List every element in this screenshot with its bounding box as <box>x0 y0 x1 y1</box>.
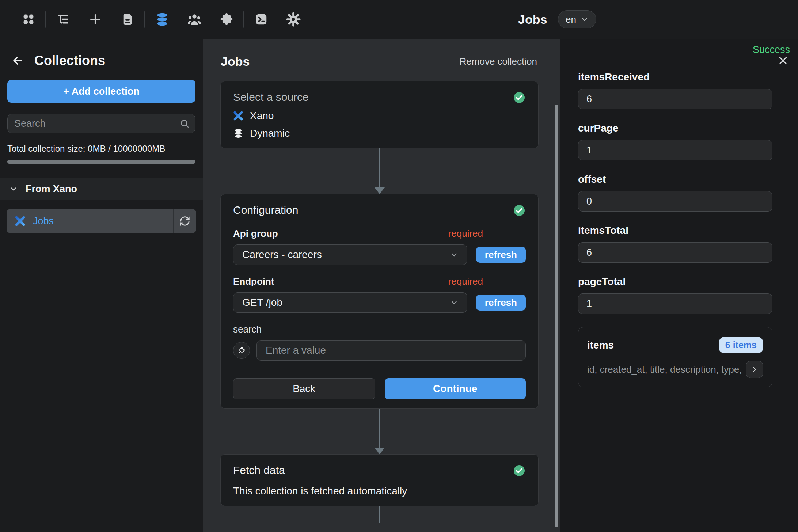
topbar-page-title: Jobs <box>518 12 547 27</box>
setup-flow: Select a source Xano Dynam <box>220 81 539 523</box>
close-panel-button[interactable] <box>778 55 788 66</box>
endpoint-value: GET /job <box>242 297 282 308</box>
check-circle-icon <box>513 91 526 104</box>
api-group-refresh-button[interactable]: refresh <box>476 247 526 263</box>
bind-data-button[interactable] <box>233 342 250 359</box>
result-field-value: 1 <box>578 140 772 160</box>
result-field-itemsReceived: itemsReceived 6 <box>578 71 772 109</box>
from-xano-section-header[interactable]: From Xano <box>0 178 203 200</box>
api-group-select[interactable]: Careers - careers <box>233 244 467 265</box>
fetch-card-description: This collection is fetched automatically <box>233 485 526 497</box>
check-circle-icon <box>513 464 526 477</box>
toolbar-divider <box>144 11 145 28</box>
api-group-label: Api group <box>233 228 278 239</box>
toolbar-icon-group <box>12 8 309 31</box>
status-badge: Success <box>753 44 790 56</box>
data-database-icon[interactable] <box>146 8 178 31</box>
result-field-value: 1 <box>578 293 772 314</box>
result-field-curPage: curPage 1 <box>578 122 772 160</box>
search-param-input[interactable] <box>256 340 526 361</box>
source-option-label: Xano <box>250 110 274 122</box>
toolbar-divider <box>243 11 244 28</box>
terminal-console-icon[interactable] <box>245 8 277 31</box>
endpoint-refresh-button[interactable]: refresh <box>476 294 526 311</box>
items-count-badge[interactable]: 6 items <box>719 337 763 353</box>
plugins-puzzle-icon[interactable] <box>210 8 243 31</box>
editor-header: Jobs Remove collection <box>203 39 560 69</box>
collection-editor-panel: Jobs Remove collection Select a source <box>203 39 560 532</box>
collection-title: Jobs <box>221 54 250 69</box>
collections-sidebar: Collections + Add collection Total colle… <box>0 39 203 532</box>
source-option-xano[interactable]: Xano <box>233 110 526 122</box>
items-fields-preview: id, created_at, title, description, type… <box>587 364 741 375</box>
fetch-card-title: Fetch data <box>233 464 285 476</box>
configuration-card: Configuration Api group required Careers… <box>220 194 539 408</box>
result-field-label: pageTotal <box>578 276 772 288</box>
vertical-scrollbar[interactable] <box>555 105 558 527</box>
sidebar-header: Collections <box>0 39 203 77</box>
close-icon <box>778 55 788 66</box>
sidebar-title: Collections <box>34 53 105 68</box>
configuration-card-title: Configuration <box>233 204 298 216</box>
collection-item-jobs[interactable]: Jobs <box>7 209 196 233</box>
apps-grid-icon[interactable] <box>12 8 45 31</box>
search-param-label: search <box>233 324 526 335</box>
result-field-value: 6 <box>578 89 772 109</box>
chevron-down-icon <box>10 185 18 193</box>
check-circle-icon <box>513 204 526 217</box>
api-group-value: Careers - careers <box>242 249 322 261</box>
navigator-tree-icon[interactable] <box>47 8 79 31</box>
result-field-label: offset <box>578 174 772 185</box>
add-plus-icon[interactable] <box>79 8 111 31</box>
endpoint-select[interactable]: GET /job <box>233 292 467 313</box>
users-group-icon[interactable] <box>178 8 210 31</box>
endpoint-label: Endpoint <box>233 276 274 287</box>
items-label: items <box>587 339 614 351</box>
xano-logo-icon <box>233 111 243 121</box>
collection-size-progressbar <box>7 160 195 164</box>
back-button[interactable]: Back <box>233 378 375 399</box>
back-arrow-icon[interactable] <box>11 54 24 67</box>
xano-logo-icon <box>15 216 26 227</box>
flow-connector-arrow <box>220 148 539 194</box>
remove-collection-button[interactable]: Remove collection <box>460 56 537 67</box>
language-selector[interactable]: en <box>558 10 596 28</box>
continue-button[interactable]: Continue <box>385 378 526 399</box>
chevron-down-icon <box>450 299 458 307</box>
add-collection-button[interactable]: + Add collection <box>7 80 195 103</box>
collections-search-input[interactable] <box>7 114 195 133</box>
expand-items-button[interactable] <box>746 361 763 378</box>
result-field-value: 0 <box>578 191 772 212</box>
source-option-dynamic[interactable]: Dynamic <box>233 128 526 139</box>
result-field-label: curPage <box>578 122 772 134</box>
chevron-down-icon <box>581 15 589 23</box>
search-icon <box>179 118 190 129</box>
api-group-required-badge: required <box>448 228 483 239</box>
collection-item-label: Jobs <box>33 216 54 227</box>
result-field-offset: offset 0 <box>578 174 772 212</box>
items-result-card: items 6 items id, created_at, title, des… <box>578 327 772 387</box>
collection-refresh-button[interactable] <box>174 209 196 233</box>
database-stack-icon <box>233 128 243 138</box>
result-field-itemsTotal: itemsTotal 6 <box>578 225 772 263</box>
source-option-label: Dynamic <box>250 128 290 139</box>
total-collection-size: Total collection size: 0MB / 10000000MB <box>7 144 195 154</box>
source-card-title: Select a source <box>233 91 309 103</box>
chevron-right-icon <box>750 365 759 373</box>
select-source-card: Select a source Xano Dynam <box>220 81 539 148</box>
section-label: From Xano <box>26 183 77 195</box>
toolbar-divider <box>45 11 46 28</box>
language-value: en <box>566 14 576 25</box>
top-toolbar: Jobs en <box>0 0 798 39</box>
content-area: Collections + Add collection Total colle… <box>0 39 798 532</box>
result-field-label: itemsTotal <box>578 225 772 236</box>
fetch-results-panel: Success itemsReceived 6 curPage 1 offset… <box>560 39 798 532</box>
result-field-pageTotal: pageTotal 1 <box>578 276 772 314</box>
chevron-down-icon <box>450 251 458 259</box>
collections-search <box>7 114 195 133</box>
pages-file-icon[interactable] <box>111 8 144 31</box>
endpoint-required-badge: required <box>448 276 483 287</box>
collection-item-main[interactable]: Jobs <box>7 209 173 233</box>
flow-connector-line <box>379 506 380 523</box>
settings-gear-icon[interactable] <box>277 8 309 31</box>
